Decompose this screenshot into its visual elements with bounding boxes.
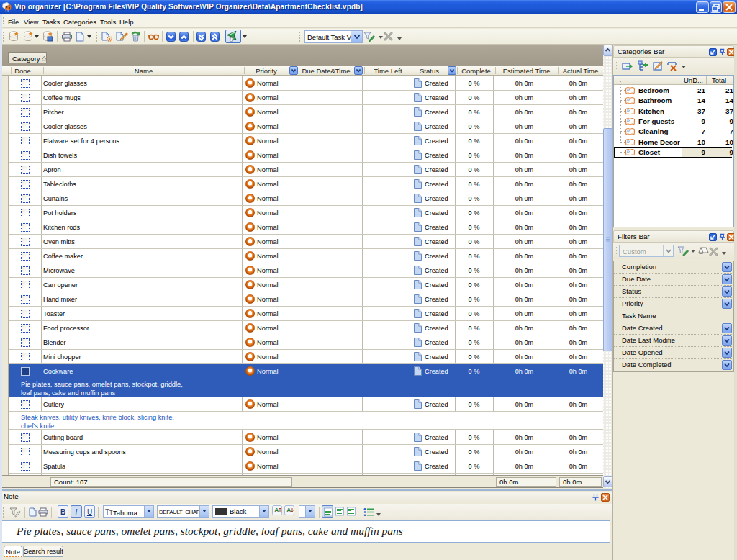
svg-text:A: A bbox=[286, 507, 291, 514]
svg-text:A: A bbox=[274, 507, 279, 514]
